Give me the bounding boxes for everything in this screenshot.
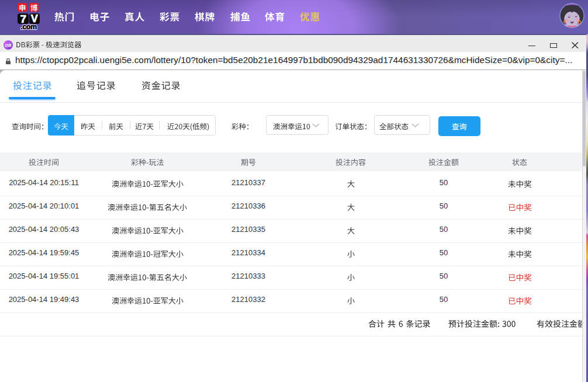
- svg-text:.com: .com: [20, 23, 37, 30]
- svg-text:DB: DB: [5, 43, 12, 48]
